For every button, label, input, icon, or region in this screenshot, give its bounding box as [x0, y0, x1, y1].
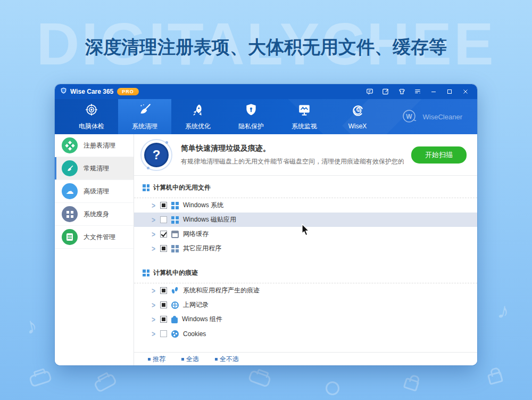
sidebar-item-label: 注册表清理 [84, 141, 115, 150]
window-title: Wise Care 365 [70, 88, 113, 95]
sidebar-item-label: 常规清理 [84, 164, 109, 173]
minimize-button[interactable] [427, 86, 440, 97]
wisecleaner-logo-icon: W [401, 108, 419, 126]
tab-system-monitor[interactable]: 系统监视 [278, 99, 331, 134]
sidebar-item-label: 高级清理 [84, 187, 109, 196]
main-navbar: 电脑体检 系统清理 系统优化 隐私保护 系统监视 [55, 99, 477, 134]
list-item-cookies[interactable]: > Cookies [134, 326, 477, 341]
usb-doodle-icon [29, 370, 53, 387]
tab-system-cleaner[interactable]: 系统清理 [118, 99, 171, 134]
checkbox[interactable] [160, 231, 167, 238]
list-item-windows-tile-apps[interactable]: > Windows 磁贴应用 [134, 213, 477, 227]
windows-logo-icon [143, 184, 149, 191]
advanced-cleaner-icon: ☁ [62, 183, 78, 199]
music-note-doodle-icon: ♪ [23, 312, 40, 340]
intro-title: 简单快速清理垃圾及痕迹。 [181, 144, 404, 153]
chevron-right-icon[interactable]: > [152, 215, 156, 224]
checkbox[interactable] [160, 330, 167, 337]
intro-description: 有规律地清理磁盘上的无用文件能节省磁盘空间，清理使用痕迹能有效保护您的隐 [181, 157, 404, 166]
checkbox[interactable] [160, 301, 167, 308]
tab-label: 系统清理 [132, 122, 157, 131]
chevron-right-icon[interactable]: > [152, 230, 156, 239]
windows-logo-icon [171, 216, 179, 224]
music-note-doodle-icon: ♪ [495, 297, 512, 324]
chevron-right-icon[interactable]: > [152, 244, 156, 253]
intro-panel: ? 简单快速清理垃圾及痕迹。 有规律地清理磁盘上的无用文件能节省磁盘空间，清理使… [134, 134, 477, 176]
list-item-windows-components[interactable]: > Windows 组件 [134, 312, 477, 326]
windows-logo-icon [143, 270, 149, 276]
broom-icon [138, 103, 152, 119]
chevron-right-icon[interactable]: > [152, 286, 156, 295]
select-none-link[interactable]: 全不选 [215, 355, 239, 364]
tab-label: 系统优化 [185, 122, 211, 131]
main-menu-icon[interactable] [411, 86, 424, 97]
lock-doodle-icon [487, 371, 503, 385]
section-computer-traces: 计算机中的痕迹 [134, 261, 477, 283]
tab-wisex[interactable]: AI WiseX [331, 99, 384, 134]
list-item-windows-system[interactable]: > Windows 系统 [134, 198, 477, 213]
section-junk-files: 计算机中的无用文件 [134, 176, 477, 198]
footprints-icon [171, 287, 179, 295]
target-icon [85, 103, 98, 119]
feedback-icon[interactable] [363, 86, 376, 97]
sidebar: 注册表清理 常规清理 ☁ 高级清理 系统瘦身 大文件管理 [55, 134, 134, 365]
sidebar-item-advanced-cleaner[interactable]: ☁ 高级清理 [55, 180, 134, 203]
svg-text:AI: AI [357, 108, 361, 111]
ring-doodle-icon [326, 381, 339, 395]
hero-headline: 深度清理注册表项、大体积无用文件、缓存等 [0, 35, 532, 60]
tab-label: 电脑体检 [79, 122, 104, 131]
titlebar[interactable]: Wise Care 365 PRO [55, 84, 477, 99]
chevron-right-icon[interactable]: > [152, 315, 156, 324]
checkbox[interactable] [160, 202, 167, 209]
main-content: ? 简单快速清理垃圾及痕迹。 有规律地清理磁盘上的无用文件能节省磁盘空间，清理使… [134, 134, 477, 365]
app-shield-icon [60, 87, 67, 96]
sidebar-item-big-file-manager[interactable]: 大文件管理 [55, 226, 134, 249]
shield-lock-icon [244, 103, 258, 119]
sidebar-item-label: 大文件管理 [84, 233, 115, 242]
tab-system-tuneup[interactable]: 系统优化 [171, 99, 225, 134]
selection-footer: 推荐 全选 全不选 [134, 352, 477, 365]
lock-doodle-icon [403, 377, 420, 391]
chevron-right-icon[interactable]: > [152, 201, 156, 210]
registry-cleaner-icon [62, 137, 78, 153]
list-item-other-apps[interactable]: > 其它应用程序 [134, 241, 477, 256]
maximize-button[interactable] [443, 86, 456, 97]
sidebar-item-system-slimming[interactable]: 系统瘦身 [55, 203, 134, 226]
tab-pc-checkup[interactable]: 电脑体检 [65, 99, 118, 134]
checkbox[interactable] [160, 245, 167, 252]
tab-privacy-protector[interactable]: 隐私保护 [225, 99, 278, 134]
checkbox[interactable] [160, 316, 167, 323]
monitor-icon [297, 103, 311, 119]
wisecleaner-brand: W WiseCleaner [401, 99, 462, 134]
chevron-right-icon[interactable]: > [152, 329, 156, 338]
pro-badge: PRO [117, 88, 139, 95]
tab-label: WiseX [348, 123, 367, 130]
browser-cache-icon [171, 231, 179, 238]
checkup-report-icon[interactable] [379, 86, 392, 97]
cookie-icon [171, 330, 179, 338]
list-item-browsing-history[interactable]: > 上网记录 [134, 298, 477, 312]
question-circle-icon: ? [140, 139, 172, 171]
wise-care-window: Wise Care 365 PRO [55, 84, 477, 365]
checkbox[interactable] [160, 216, 167, 223]
close-button[interactable] [459, 86, 472, 97]
start-scan-button[interactable]: 开始扫描 [411, 146, 467, 164]
wisex-ai-icon: AI [351, 103, 364, 119]
select-all-link[interactable]: 全选 [181, 355, 199, 364]
usb-doodle-icon [93, 373, 118, 393]
checkbox[interactable] [160, 287, 167, 294]
list-item-web-cache[interactable]: > 网络缓存 [134, 227, 477, 241]
sidebar-item-registry-cleaner[interactable]: 注册表清理 [55, 134, 134, 157]
list-item-system-app-traces[interactable]: > 系统和应用程序产生的痕迹 [134, 283, 477, 298]
recommended-link[interactable]: 推荐 [148, 355, 165, 364]
puzzle-piece-icon [171, 317, 178, 323]
brand-text: WiseCleaner [423, 113, 462, 121]
big-file-manager-icon [62, 229, 78, 245]
theme-skin-icon[interactable] [395, 86, 408, 97]
common-cleaner-icon [62, 160, 78, 176]
chevron-right-icon[interactable]: > [152, 300, 156, 309]
tab-label: 隐私保护 [238, 122, 264, 131]
sidebar-item-label: 系统瘦身 [84, 210, 109, 219]
sidebar-item-common-cleaner[interactable]: 常规清理 [55, 157, 134, 180]
tab-label: 系统监视 [292, 122, 317, 131]
